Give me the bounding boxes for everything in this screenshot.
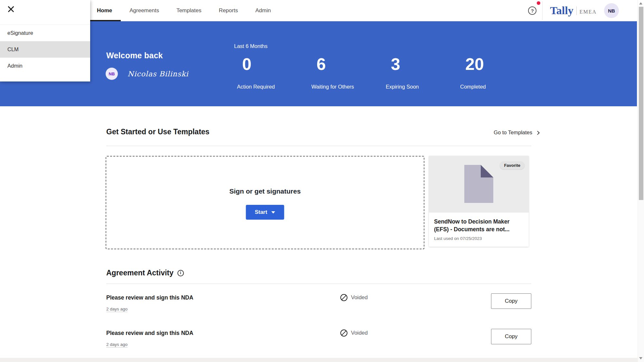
- sign-cta-title: Sign or get signatures: [106, 187, 424, 195]
- activity-row: Please review and sign this NDA 2 days a…: [106, 291, 531, 321]
- template-card-title: SendNow to Decision Maker (EFS) - Docume…: [434, 218, 524, 233]
- app-switcher-menu: eSignature CLM Admin: [0, 0, 90, 81]
- tab-agreements[interactable]: Agreements: [121, 0, 168, 21]
- activity-heading-row: Agreement Activity i: [106, 269, 184, 277]
- brand-name: Tally: [550, 5, 573, 16]
- close-icon[interactable]: [7, 5, 15, 13]
- start-button[interactable]: Start: [246, 205, 284, 220]
- template-card-thumbnail: Favorite: [429, 156, 529, 213]
- stat-action-required[interactable]: 0 Action Required: [237, 55, 311, 90]
- agreement-timestamp: 2 days ago: [106, 307, 128, 312]
- help-button[interactable]: ?: [528, 6, 537, 15]
- voided-icon: [340, 329, 347, 337]
- header-divider: [542, 1, 543, 20]
- info-icon[interactable]: i: [177, 270, 184, 276]
- tab-admin[interactable]: Admin: [247, 0, 279, 21]
- favorite-badge: Favorite: [500, 161, 525, 169]
- menu-item-esignature[interactable]: eSignature: [0, 25, 90, 41]
- user-signature-row: NB Nicolas Bilinski: [106, 68, 188, 80]
- activity-heading: Agreement Activity: [106, 269, 174, 277]
- voided-icon: [340, 294, 347, 301]
- document-icon: [464, 165, 493, 203]
- stat-value: 6: [311, 55, 386, 74]
- copy-button[interactable]: Copy: [491, 293, 531, 309]
- status-label: Voided: [351, 294, 368, 301]
- stat-completed[interactable]: 20 Completed: [460, 55, 535, 90]
- scroll-up-arrow-icon[interactable]: [639, 2, 642, 5]
- scrollbar-thumb[interactable]: [639, 7, 643, 200]
- main-nav: Home Agreements Templates Reports Admin: [88, 0, 279, 21]
- status-label: Voided: [351, 330, 368, 336]
- chevron-down-icon: [271, 211, 275, 214]
- stat-value: 3: [386, 55, 460, 74]
- status-badge: Voided: [340, 294, 368, 301]
- stats-row: 0 Action Required 6 Waiting for Others 3…: [237, 55, 535, 90]
- app-menu-items: eSignature CLM Admin: [0, 24, 90, 74]
- section-divider: [106, 146, 531, 146]
- agreement-title: Please review and sign this NDA: [106, 294, 193, 301]
- stat-waiting-for-others[interactable]: 6 Waiting for Others: [311, 55, 386, 90]
- get-started-heading: Get Started or Use Templates: [106, 128, 209, 136]
- question-mark-icon: ?: [528, 6, 536, 15]
- agreement-timestamp: 2 days ago: [106, 342, 128, 348]
- welcome-heading: Welcome back: [106, 51, 163, 60]
- template-card-last-used: Last used on 07/25/2023: [434, 236, 524, 241]
- brand-logo: Tally EMEA: [548, 5, 599, 16]
- agreement-title: Please review and sign this NDA: [106, 330, 193, 337]
- go-to-templates-label: Go to Templates: [494, 129, 532, 136]
- activity-row: Please review and sign this NDA 2 days a…: [106, 326, 531, 357]
- menu-item-admin[interactable]: Admin: [0, 58, 90, 74]
- go-to-templates-link[interactable]: Go to Templates: [494, 129, 539, 136]
- header-right: ? Tally EMEA NB: [528, 0, 619, 21]
- stat-expiring-soon[interactable]: 3 Expiring Soon: [386, 55, 460, 90]
- hero-banner: Welcome back NB Nicolas Bilinski Last 6 …: [0, 21, 637, 106]
- top-header: Home Agreements Templates Reports Admin …: [0, 0, 638, 21]
- section-divider: [106, 283, 531, 284]
- brand-region: EMEA: [580, 6, 597, 15]
- scroll-down-arrow-icon[interactable]: [639, 357, 642, 359]
- status-badge: Voided: [340, 329, 368, 337]
- stat-value: 20: [460, 55, 535, 74]
- chevron-right-icon: [535, 131, 540, 135]
- stats-period-label: Last 6 Months: [234, 43, 268, 49]
- stat-label: Action Required: [237, 84, 311, 90]
- menu-item-clm[interactable]: CLM: [0, 41, 90, 58]
- user-avatar-small: NB: [106, 68, 118, 80]
- horizontal-scrollbar[interactable]: [0, 358, 638, 362]
- stat-value: 0: [237, 55, 311, 74]
- stat-label: Waiting for Others: [311, 84, 386, 90]
- copy-button[interactable]: Copy: [491, 329, 531, 344]
- stat-label: Expiring Soon: [386, 84, 460, 90]
- tab-home[interactable]: Home: [88, 0, 121, 21]
- brand-logo-divider: [576, 6, 577, 15]
- vertical-scrollbar[interactable]: [638, 0, 644, 362]
- user-signature-name: Nicolas Bilinski: [128, 70, 188, 78]
- tab-reports[interactable]: Reports: [210, 0, 247, 21]
- notification-dot: [537, 1, 540, 5]
- sign-cta-dropzone: Sign or get signatures Start: [106, 156, 424, 249]
- tab-templates[interactable]: Templates: [168, 0, 210, 21]
- user-avatar-button[interactable]: NB: [604, 3, 619, 18]
- start-button-label: Start: [255, 209, 267, 215]
- template-card[interactable]: Favorite SendNow to Decision Maker (EFS)…: [429, 156, 529, 247]
- template-card-body: SendNow to Decision Maker (EFS) - Docume…: [429, 213, 529, 241]
- stat-label: Completed: [460, 84, 535, 90]
